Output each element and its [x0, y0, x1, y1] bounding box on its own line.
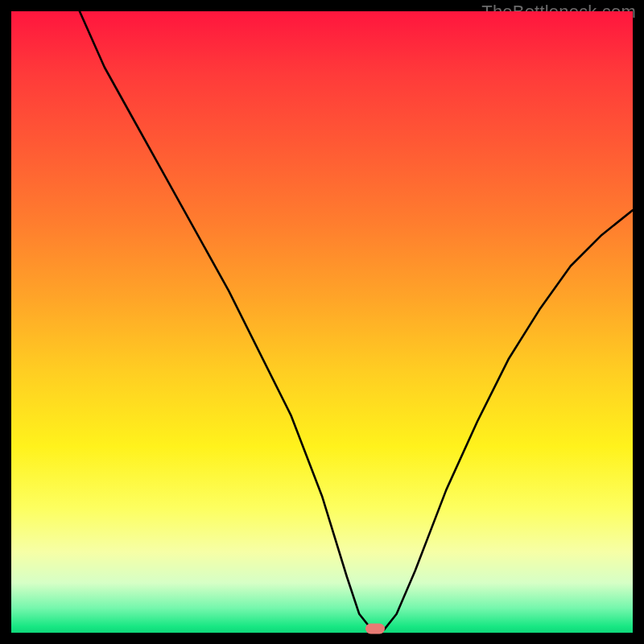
optimal-point-marker	[365, 623, 385, 634]
plot-area	[11, 11, 633, 633]
chart-container: TheBottleneck.com	[0, 0, 644, 644]
bottleneck-curve	[11, 11, 633, 633]
